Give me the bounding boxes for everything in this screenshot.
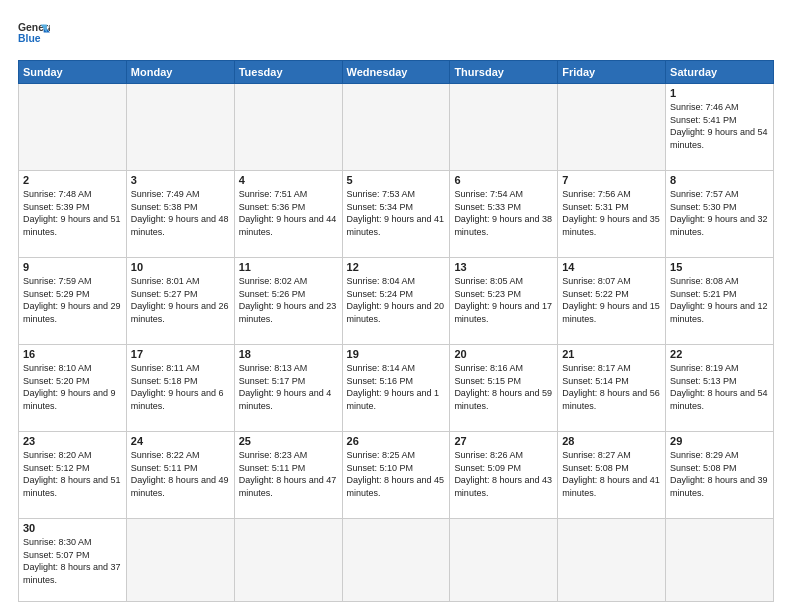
day-cell: 9Sunrise: 7:59 AM Sunset: 5:29 PM Daylig… xyxy=(19,258,127,345)
day-cell xyxy=(126,519,234,602)
day-info: Sunrise: 7:54 AM Sunset: 5:33 PM Dayligh… xyxy=(454,188,553,238)
day-info: Sunrise: 8:30 AM Sunset: 5:07 PM Dayligh… xyxy=(23,536,122,586)
day-info: Sunrise: 8:22 AM Sunset: 5:11 PM Dayligh… xyxy=(131,449,230,499)
day-cell xyxy=(450,84,558,171)
weekday-header-saturday: Saturday xyxy=(666,61,774,84)
day-cell xyxy=(666,519,774,602)
day-number: 14 xyxy=(562,261,661,273)
day-cell: 23Sunrise: 8:20 AM Sunset: 5:12 PM Dayli… xyxy=(19,432,127,519)
day-info: Sunrise: 8:20 AM Sunset: 5:12 PM Dayligh… xyxy=(23,449,122,499)
day-info: Sunrise: 8:26 AM Sunset: 5:09 PM Dayligh… xyxy=(454,449,553,499)
weekday-header-wednesday: Wednesday xyxy=(342,61,450,84)
day-number: 4 xyxy=(239,174,338,186)
day-cell: 6Sunrise: 7:54 AM Sunset: 5:33 PM Daylig… xyxy=(450,171,558,258)
day-number: 7 xyxy=(562,174,661,186)
logo: General Blue xyxy=(18,18,54,50)
day-number: 17 xyxy=(131,348,230,360)
day-number: 21 xyxy=(562,348,661,360)
day-cell xyxy=(558,84,666,171)
day-number: 28 xyxy=(562,435,661,447)
day-cell xyxy=(558,519,666,602)
day-cell: 20Sunrise: 8:16 AM Sunset: 5:15 PM Dayli… xyxy=(450,345,558,432)
day-info: Sunrise: 8:08 AM Sunset: 5:21 PM Dayligh… xyxy=(670,275,769,325)
day-cell: 1Sunrise: 7:46 AM Sunset: 5:41 PM Daylig… xyxy=(666,84,774,171)
day-cell: 8Sunrise: 7:57 AM Sunset: 5:30 PM Daylig… xyxy=(666,171,774,258)
svg-text:Blue: Blue xyxy=(18,33,41,44)
day-number: 5 xyxy=(347,174,446,186)
day-cell xyxy=(126,84,234,171)
day-number: 26 xyxy=(347,435,446,447)
day-cell: 29Sunrise: 8:29 AM Sunset: 5:08 PM Dayli… xyxy=(666,432,774,519)
day-number: 30 xyxy=(23,522,122,534)
day-cell xyxy=(450,519,558,602)
day-info: Sunrise: 7:48 AM Sunset: 5:39 PM Dayligh… xyxy=(23,188,122,238)
day-number: 20 xyxy=(454,348,553,360)
day-cell: 26Sunrise: 8:25 AM Sunset: 5:10 PM Dayli… xyxy=(342,432,450,519)
weekday-header-tuesday: Tuesday xyxy=(234,61,342,84)
day-info: Sunrise: 8:04 AM Sunset: 5:24 PM Dayligh… xyxy=(347,275,446,325)
day-cell: 19Sunrise: 8:14 AM Sunset: 5:16 PM Dayli… xyxy=(342,345,450,432)
day-number: 10 xyxy=(131,261,230,273)
day-cell: 4Sunrise: 7:51 AM Sunset: 5:36 PM Daylig… xyxy=(234,171,342,258)
day-cell: 11Sunrise: 8:02 AM Sunset: 5:26 PM Dayli… xyxy=(234,258,342,345)
day-number: 29 xyxy=(670,435,769,447)
day-number: 13 xyxy=(454,261,553,273)
day-number: 1 xyxy=(670,87,769,99)
weekday-header-sunday: Sunday xyxy=(19,61,127,84)
day-number: 9 xyxy=(23,261,122,273)
day-cell: 24Sunrise: 8:22 AM Sunset: 5:11 PM Dayli… xyxy=(126,432,234,519)
day-number: 19 xyxy=(347,348,446,360)
week-row-5: 30Sunrise: 8:30 AM Sunset: 5:07 PM Dayli… xyxy=(19,519,774,602)
day-cell: 7Sunrise: 7:56 AM Sunset: 5:31 PM Daylig… xyxy=(558,171,666,258)
day-number: 15 xyxy=(670,261,769,273)
day-info: Sunrise: 8:02 AM Sunset: 5:26 PM Dayligh… xyxy=(239,275,338,325)
day-number: 2 xyxy=(23,174,122,186)
day-cell: 15Sunrise: 8:08 AM Sunset: 5:21 PM Dayli… xyxy=(666,258,774,345)
day-cell: 10Sunrise: 8:01 AM Sunset: 5:27 PM Dayli… xyxy=(126,258,234,345)
day-number: 23 xyxy=(23,435,122,447)
day-info: Sunrise: 8:16 AM Sunset: 5:15 PM Dayligh… xyxy=(454,362,553,412)
day-number: 12 xyxy=(347,261,446,273)
day-number: 8 xyxy=(670,174,769,186)
day-cell xyxy=(342,519,450,602)
day-info: Sunrise: 8:05 AM Sunset: 5:23 PM Dayligh… xyxy=(454,275,553,325)
day-cell xyxy=(19,84,127,171)
day-cell: 17Sunrise: 8:11 AM Sunset: 5:18 PM Dayli… xyxy=(126,345,234,432)
day-cell: 12Sunrise: 8:04 AM Sunset: 5:24 PM Dayli… xyxy=(342,258,450,345)
day-info: Sunrise: 7:51 AM Sunset: 5:36 PM Dayligh… xyxy=(239,188,338,238)
day-info: Sunrise: 8:25 AM Sunset: 5:10 PM Dayligh… xyxy=(347,449,446,499)
weekday-header-row: SundayMondayTuesdayWednesdayThursdayFrid… xyxy=(19,61,774,84)
week-row-2: 9Sunrise: 7:59 AM Sunset: 5:29 PM Daylig… xyxy=(19,258,774,345)
weekday-header-thursday: Thursday xyxy=(450,61,558,84)
day-cell: 30Sunrise: 8:30 AM Sunset: 5:07 PM Dayli… xyxy=(19,519,127,602)
day-info: Sunrise: 8:29 AM Sunset: 5:08 PM Dayligh… xyxy=(670,449,769,499)
day-cell: 14Sunrise: 8:07 AM Sunset: 5:22 PM Dayli… xyxy=(558,258,666,345)
logo-icon: General Blue xyxy=(18,18,50,50)
day-number: 24 xyxy=(131,435,230,447)
day-info: Sunrise: 8:10 AM Sunset: 5:20 PM Dayligh… xyxy=(23,362,122,412)
day-number: 6 xyxy=(454,174,553,186)
day-cell: 3Sunrise: 7:49 AM Sunset: 5:38 PM Daylig… xyxy=(126,171,234,258)
day-info: Sunrise: 8:23 AM Sunset: 5:11 PM Dayligh… xyxy=(239,449,338,499)
day-cell: 22Sunrise: 8:19 AM Sunset: 5:13 PM Dayli… xyxy=(666,345,774,432)
day-cell xyxy=(234,519,342,602)
weekday-header-friday: Friday xyxy=(558,61,666,84)
day-info: Sunrise: 8:11 AM Sunset: 5:18 PM Dayligh… xyxy=(131,362,230,412)
calendar-table: SundayMondayTuesdayWednesdayThursdayFrid… xyxy=(18,60,774,602)
week-row-0: 1Sunrise: 7:46 AM Sunset: 5:41 PM Daylig… xyxy=(19,84,774,171)
day-cell: 13Sunrise: 8:05 AM Sunset: 5:23 PM Dayli… xyxy=(450,258,558,345)
day-info: Sunrise: 7:49 AM Sunset: 5:38 PM Dayligh… xyxy=(131,188,230,238)
day-info: Sunrise: 8:13 AM Sunset: 5:17 PM Dayligh… xyxy=(239,362,338,412)
day-cell: 2Sunrise: 7:48 AM Sunset: 5:39 PM Daylig… xyxy=(19,171,127,258)
day-info: Sunrise: 7:46 AM Sunset: 5:41 PM Dayligh… xyxy=(670,101,769,151)
day-info: Sunrise: 8:19 AM Sunset: 5:13 PM Dayligh… xyxy=(670,362,769,412)
day-cell xyxy=(234,84,342,171)
day-cell: 18Sunrise: 8:13 AM Sunset: 5:17 PM Dayli… xyxy=(234,345,342,432)
week-row-1: 2Sunrise: 7:48 AM Sunset: 5:39 PM Daylig… xyxy=(19,171,774,258)
day-info: Sunrise: 7:53 AM Sunset: 5:34 PM Dayligh… xyxy=(347,188,446,238)
day-number: 25 xyxy=(239,435,338,447)
day-cell: 5Sunrise: 7:53 AM Sunset: 5:34 PM Daylig… xyxy=(342,171,450,258)
day-number: 16 xyxy=(23,348,122,360)
day-cell: 25Sunrise: 8:23 AM Sunset: 5:11 PM Dayli… xyxy=(234,432,342,519)
day-number: 11 xyxy=(239,261,338,273)
